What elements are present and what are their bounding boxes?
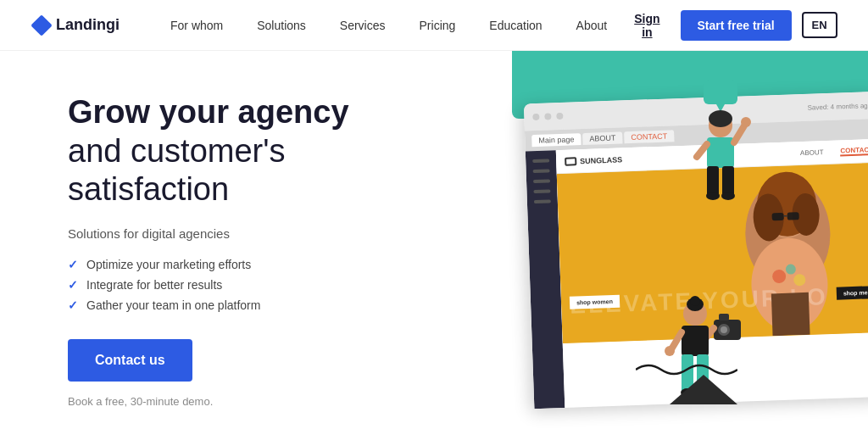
brand-icon [565,157,576,165]
illustration-person-1 [678,76,763,207]
demo-text: Book a free, 30-minute demo. [68,395,390,408]
svg-line-22 [697,144,707,157]
person1-svg [678,76,763,203]
check-icon-3: ✓ [68,298,78,312]
sidebar-icon-4 [533,189,550,193]
sidebar-icon-5 [534,199,551,203]
hero-subtitle: Solutions for digital agencies [68,226,390,241]
svg-point-26 [721,192,735,200]
sidebar-icon-2 [533,169,550,173]
person2-svg [653,273,754,409]
logo-icon [31,14,52,36]
svg-rect-35 [682,326,709,356]
headline-bold: Grow your agency [68,94,349,130]
svg-rect-14 [771,292,810,337]
browser-tab-contact[interactable]: CONTACT [624,130,674,143]
svg-rect-30 [719,314,729,320]
feature-item-3: ✓ Gather your team in one platform [68,298,390,312]
sign-in-button[interactable]: Sign in [624,5,670,46]
page-nav-contact: CONTACT [840,146,868,156]
main-content: Grow your agency and customer's satisfac… [0,51,868,429]
feature-list: ✓ Optimize your marketing efforts ✓ Inte… [68,258,390,312]
header-actions: Sign in Start free trial EN [624,5,837,46]
browser-tab-about[interactable]: ABOUT [582,131,622,145]
header: Landingi For whom Solutions Services Pri… [0,0,868,51]
svg-marker-42 [670,375,737,404]
logo[interactable]: Landingi [34,16,120,34]
svg-rect-23 [707,166,719,196]
shop-women-button[interactable]: shop women [570,295,620,309]
saved-text: Saved: 4 months ago [807,102,868,112]
check-icon-2: ✓ [68,278,78,292]
browser-dot-2 [544,113,551,120]
page-nav-about: ABOUT [800,148,824,157]
nav-services[interactable]: Services [323,0,403,51]
svg-rect-15 [704,81,737,104]
start-trial-button[interactable]: Start free trial [681,10,792,41]
svg-line-36 [671,332,682,349]
brand-logo: SUNGLASS [565,155,622,165]
nav-about[interactable]: About [559,0,625,51]
wave-decoration [636,361,737,378]
sidebar-icon-3 [533,179,550,183]
feature-item-1: ✓ Optimize your marketing efforts [68,258,390,271]
svg-rect-6 [772,213,784,220]
nav-solutions[interactable]: Solutions [240,0,323,51]
contact-us-button[interactable]: Contact us [68,339,192,382]
svg-rect-24 [722,166,734,196]
headline-normal: and customer's satisfaction [68,133,285,208]
illustration-person-2 [653,273,754,412]
nav-education[interactable]: Education [472,0,559,51]
brand-name: SUNGLASS [580,155,622,165]
sidebar-icon-1 [532,159,549,163]
nav-pricing[interactable]: Pricing [403,0,473,51]
nav-for-whom[interactable]: For whom [153,0,240,51]
svg-rect-7 [787,212,799,220]
svg-point-29 [721,326,727,333]
svg-rect-19 [707,137,734,168]
logo-text: Landingi [56,16,120,34]
main-nav: For whom Solutions Services Pricing Educ… [153,0,624,51]
feature-item-2: ✓ Integrate for better results [68,278,390,292]
hero-content: Grow your agency and customer's satisfac… [0,51,390,429]
svg-point-21 [741,117,751,127]
svg-point-25 [706,192,720,200]
language-button[interactable]: EN [802,12,837,38]
browser-dot-3 [556,113,563,120]
svg-point-18 [709,110,732,127]
svg-point-37 [665,346,675,356]
hero-visual: Saved: 4 months ago Main page ABOUT CONT… [390,51,868,429]
shop-men-button[interactable]: shop men [837,286,868,300]
svg-point-34 [690,296,700,306]
browser-tab-main[interactable]: Main page [531,133,581,147]
browser-dot-1 [532,114,539,120]
hero-headline: Grow your agency and customer's satisfac… [68,93,390,209]
check-icon-1: ✓ [68,258,78,271]
